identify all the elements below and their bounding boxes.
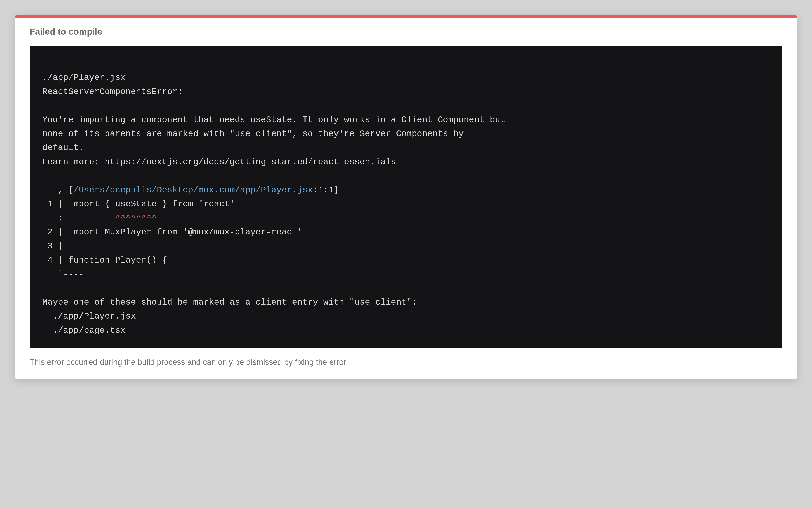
code-hint-file: ./app/page.tsx	[42, 326, 126, 335]
code-source-line: 2 | import MuxPlayer from '@mux/mux-play…	[42, 227, 302, 237]
error-code-block: ./app/Player.jsx ReactServerComponentsEr…	[30, 46, 782, 348]
code-hint-file: ./app/Player.jsx	[42, 311, 136, 321]
code-frame-path: /Users/dcepulis/Desktop/mux.com/app/Play…	[74, 185, 313, 195]
code-caret-marker: ^^^^^^^^	[115, 213, 157, 223]
code-learn-more: Learn more: https://nextjs.org/docs/gett…	[42, 157, 396, 167]
error-title: Failed to compile	[15, 18, 797, 46]
code-error-label: ReactServerComponentsError:	[42, 87, 183, 97]
code-frame-open: ,-[/Users/dcepulis/Desktop/mux.com/app/P…	[42, 185, 339, 195]
code-file-path: ./app/Player.jsx	[42, 73, 126, 82]
error-accent-bar	[15, 15, 797, 18]
code-frame-close: `----	[42, 269, 84, 279]
error-overlay-card: Failed to compile ./app/Player.jsx React…	[15, 15, 797, 379]
code-source-line: 1 | import { useState } from 'react'	[42, 199, 235, 209]
code-message-line: none of its parents are marked with "use…	[42, 129, 464, 139]
error-footer-note: This error occurred during the build pro…	[15, 348, 797, 379]
code-message-line: default.	[42, 143, 84, 153]
code-caret-line: : ^^^^^^^^	[42, 213, 157, 223]
code-hint-header: Maybe one of these should be marked as a…	[42, 297, 417, 307]
code-source-line: 3 |	[42, 241, 68, 251]
code-message-line: You're importing a component that needs …	[42, 115, 505, 125]
code-source-line: 4 | function Player() {	[42, 255, 167, 265]
